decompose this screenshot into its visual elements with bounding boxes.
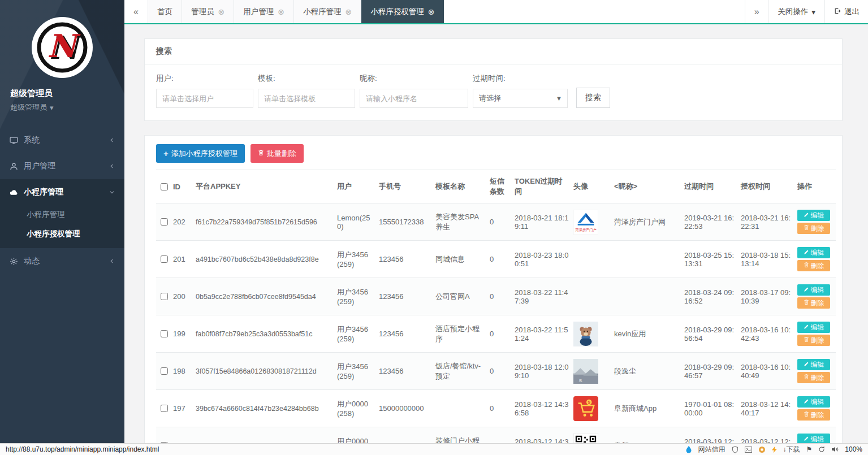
row-select-cell (156, 353, 171, 390)
delete-button[interactable]: 删除 (797, 297, 830, 309)
row-select-cell (156, 315, 171, 353)
site-credit-label[interactable]: 网站信用 (698, 445, 726, 454)
row-checkbox[interactable] (161, 293, 168, 300)
admin-role-dropdown[interactable]: 超级管理员 ▾ (0, 102, 124, 112)
shield-icon[interactable] (732, 446, 739, 453)
row-avatar-cell (571, 241, 612, 278)
edit-button[interactable]: 编辑 (797, 322, 830, 333)
row-checkbox[interactable] (161, 218, 168, 226)
row-id: 201 (171, 241, 193, 278)
sidebar-item-系统[interactable]: 系统 (0, 127, 124, 153)
logout-button[interactable]: 退出 (824, 0, 868, 23)
double-chevron-right-icon: » (754, 7, 759, 17)
open-tabs: 首页管理员⊗用户管理⊗小程序管理⊗小程序授权管理⊗ (148, 0, 444, 23)
edit-button[interactable]: 编辑 (797, 284, 830, 296)
row-sms-count: 0 (487, 315, 512, 353)
speed-mode-icon[interactable] (685, 445, 692, 453)
double-chevron-left-icon: « (133, 7, 139, 17)
sidebar-item-小程序管理[interactable]: 小程序管理 (0, 179, 124, 205)
edit-button[interactable]: 编辑 (797, 210, 830, 221)
row-checkbox[interactable] (161, 405, 168, 412)
delete-label: 删除 (811, 298, 824, 308)
tabs-scroll-right-button[interactable]: » (745, 0, 768, 23)
search-field-label: 用户: (156, 73, 253, 84)
trash-icon (804, 336, 809, 344)
sidebar-subitem-小程序管理[interactable]: 小程序管理 (0, 205, 124, 224)
pencil-icon (804, 323, 809, 331)
close-tab-icon[interactable]: ⊗ (428, 8, 435, 16)
row-phone: 15000000000 (377, 390, 433, 427)
extension-icon[interactable] (758, 446, 766, 453)
search-field: 用户: (156, 73, 253, 108)
search-field: 过期时间:请选择▼ (473, 73, 568, 108)
search-panel-title: 搜索 (145, 39, 842, 64)
search-button[interactable]: 搜索 (576, 88, 610, 108)
screenshot-icon[interactable] (745, 447, 752, 453)
column-header-手机号: 手机号 (377, 170, 433, 203)
row-checkbox[interactable] (161, 255, 168, 263)
close-tab-icon[interactable]: ⊗ (345, 8, 352, 16)
zoom-level[interactable]: 100% (845, 445, 862, 453)
row-sms-count: 0 (487, 203, 512, 241)
close-operations-button[interactable]: 关闭操作 ▾ (768, 0, 824, 23)
download-button[interactable]: ↓ 下载 (783, 445, 800, 454)
delete-label: 删除 (811, 261, 824, 271)
caret-down-icon: ▾ (811, 7, 815, 16)
row-appkey: 4e2511cd70a4ac634f91d89b85c6627d (193, 427, 335, 444)
expire-time-select[interactable]: 请选择▼ (473, 89, 568, 108)
delete-button[interactable]: 删除 (797, 335, 830, 346)
row-appkey: a491bc7607bd6c52b438e8da8d923f8e (193, 241, 335, 278)
tab-用户管理[interactable]: 用户管理⊗ (234, 0, 294, 23)
row-expire-time: 2019-03-21 16:22:53 (682, 203, 739, 241)
delete-button[interactable]: 删除 (797, 223, 830, 234)
flag-icon[interactable]: ⚑ (806, 445, 813, 453)
row-avatar-cell: 風 (571, 353, 612, 390)
sidebar-subitem-小程序授权管理[interactable]: 小程序授权管理 (0, 224, 124, 244)
row-expire-time: 2018-03-24 09:16:52 (682, 278, 739, 315)
tab-管理员[interactable]: 管理员⊗ (182, 0, 234, 23)
select-all-checkbox[interactable] (161, 183, 168, 190)
tab-小程序管理[interactable]: 小程序管理⊗ (294, 0, 361, 23)
delete-button[interactable]: 删除 (797, 260, 830, 271)
row-sms-count: 0 (487, 427, 512, 444)
sidebar-item-用户管理[interactable]: 用户管理 (0, 153, 124, 179)
row-checkbox[interactable] (161, 442, 168, 443)
desktop-icon (9, 136, 18, 145)
logo-house-avatar: 菏泽房产门户 (573, 210, 598, 235)
row-expire-time: 2018-03-19 12:38:56 (682, 427, 739, 444)
tabs-scroll-left-button[interactable]: « (124, 0, 148, 23)
row-template: 公司官网A (433, 278, 487, 315)
speaker-icon[interactable] (831, 446, 839, 453)
lightning-icon[interactable] (772, 446, 777, 453)
caret-down-icon: ▼ (556, 95, 562, 102)
row-nickname: 阜新Fang (612, 427, 682, 444)
download-label: 下载 (787, 445, 800, 454)
edit-button[interactable]: 编辑 (797, 247, 830, 258)
refresh-icon[interactable] (818, 446, 825, 453)
search-field-input[interactable] (156, 89, 253, 108)
tab-首页[interactable]: 首页 (148, 0, 182, 23)
row-expire-time: 2018-03-29 09:56:54 (682, 315, 739, 353)
pencil-icon (804, 211, 809, 219)
close-tab-icon[interactable]: ⊗ (218, 8, 225, 16)
edit-button[interactable]: 编辑 (797, 359, 830, 370)
landscape-avatar: 風 (573, 359, 598, 384)
close-tab-icon[interactable]: ⊗ (278, 8, 284, 16)
batch-delete-button[interactable]: 批量删除 (251, 144, 304, 163)
edit-button[interactable]: 编辑 (797, 396, 830, 408)
edit-button[interactable]: 编辑 (797, 434, 830, 443)
row-checkbox[interactable] (161, 367, 168, 375)
sidebar-item-动态[interactable]: 动态 (0, 248, 124, 274)
add-authorization-button[interactable]: + 添加小程序授权管理 (156, 144, 245, 163)
search-field-input[interactable] (258, 89, 355, 108)
delete-button[interactable]: 删除 (797, 372, 830, 383)
row-checkbox[interactable] (161, 330, 168, 337)
tab-小程序授权管理[interactable]: 小程序授权管理⊗ (361, 0, 444, 23)
row-appkey: f61c7b22a759349d75f851b72615d596 (193, 203, 335, 241)
delete-button[interactable]: 删除 (797, 409, 830, 421)
status-url: http://88.u7u.top/admin/miniapp.miniapp/… (6, 445, 159, 453)
search-field-input[interactable] (360, 89, 468, 108)
search-field: 模板: (258, 73, 355, 108)
row-auth-time: 2018-03-18 15:13:14 (739, 241, 795, 278)
batch-delete-label: 批量删除 (267, 149, 296, 159)
